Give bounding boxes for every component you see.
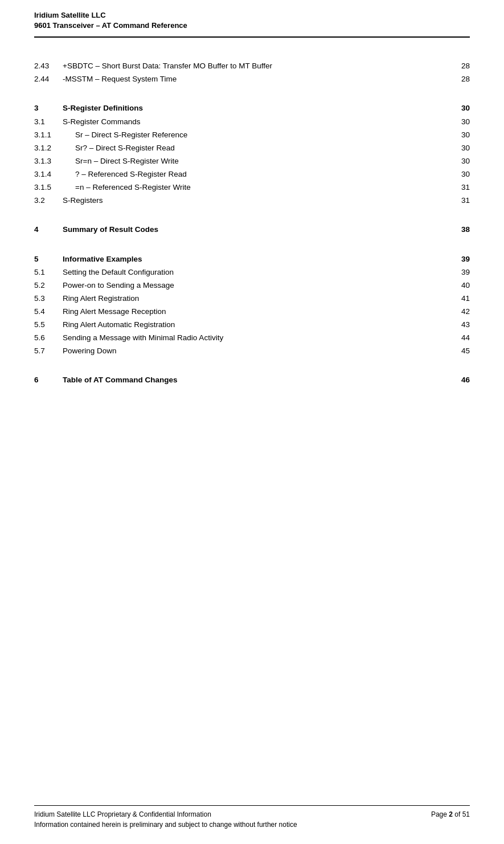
toc-entry: 5.6Sending a Message with Minimal Radio … (34, 332, 470, 344)
toc-section-page: 46 (453, 374, 470, 386)
toc-section-label: Summary of Result Codes (63, 224, 453, 236)
toc-entry-number: 3.1.1 (34, 129, 75, 141)
toc-entry-label: -MSSTM – Request System Time (63, 74, 453, 85)
page-container: Iridium Satellite LLC 9601 Transceiver –… (0, 0, 504, 844)
toc-entry-page: 39 (453, 267, 470, 279)
toc-entry-label: S-Register Commands (63, 116, 453, 128)
toc-entry-label: Sr – Direct S-Register Reference (75, 129, 453, 141)
toc-entry-number: 5.4 (34, 306, 63, 318)
toc-entry: 3.1S-Register Commands30 (34, 116, 470, 128)
toc-entry-label: Sr=n – Direct S-Register Write (75, 156, 453, 168)
toc-entry-page: 43 (453, 319, 470, 331)
toc-entry-number: 2.44 (34, 74, 63, 85)
toc-entry-label: Ring Alert Automatic Registration (63, 319, 453, 331)
toc-entry: 5.3Ring Alert Registration41 (34, 293, 470, 305)
toc-entry-number: 3.1 (34, 116, 63, 128)
footer-page-prefix: Page (431, 810, 449, 818)
toc-entry-number: 3.2 (34, 195, 63, 207)
toc-section-number: 5 (34, 254, 63, 266)
toc-section-page: 38 (453, 224, 470, 236)
toc-entry: 5.2Power-on to Sending a Message40 (34, 280, 470, 292)
footer-page-number: Page 2 of 51 (431, 809, 470, 819)
toc-entry-label: Sr? – Direct S-Register Read (75, 142, 453, 154)
toc-entry-number: 3.1.4 (34, 169, 75, 181)
footer-left-line2: Information contained herein is prelimin… (34, 819, 297, 830)
toc-entry-number: 5.5 (34, 319, 63, 331)
toc-entry-label: Sending a Message with Minimal Radio Act… (63, 332, 453, 344)
toc-entry: 5.7Powering Down45 (34, 345, 470, 357)
toc-entry: 3.2S-Registers31 (34, 195, 470, 207)
toc-section-number: 6 (34, 374, 63, 386)
toc-entry: 3.1.3Sr=n – Direct S-Register Write30 (34, 156, 470, 168)
page-footer: Iridium Satellite LLC Proprietary & Conf… (34, 805, 470, 830)
toc-entry-label: Powering Down (63, 345, 453, 357)
toc-entry-label: Ring Alert Message Reception (63, 306, 453, 318)
toc-entry-label: Power-on to Sending a Message (63, 280, 453, 292)
toc-section-label: Informative Examples (63, 254, 453, 266)
toc-section-number: 4 (34, 224, 63, 236)
footer-page-num: 2 (449, 810, 453, 818)
toc-entry-number: 5.2 (34, 280, 63, 292)
header-company: Iridium Satellite LLC (34, 10, 470, 21)
toc-entry-number: 2.43 (34, 60, 63, 72)
toc-entry-page: 30 (453, 129, 470, 141)
toc-entry-page: 30 (453, 169, 470, 181)
footer-row2: Information contained herein is prelimin… (34, 819, 470, 830)
toc-entry: 2.43+SBDTC – Short Burst Data: Transfer … (34, 60, 470, 72)
toc-entry-page: 28 (453, 60, 470, 72)
toc-section-heading: 6Table of AT Command Changes46 (34, 374, 470, 386)
toc-content: 2.43+SBDTC – Short Burst Data: Transfer … (34, 55, 470, 386)
toc-entry-number: 3.1.3 (34, 156, 75, 168)
toc-section-heading: 5Informative Examples39 (34, 254, 470, 266)
footer-row1: Iridium Satellite LLC Proprietary & Conf… (34, 809, 470, 819)
page-header: Iridium Satellite LLC 9601 Transceiver –… (34, 0, 470, 38)
toc-entry-page: 40 (453, 280, 470, 292)
toc-section-page: 39 (453, 254, 470, 266)
toc-entry: 3.1.4? – Referenced S-Register Read30 (34, 169, 470, 181)
toc-section-page: 30 (453, 103, 470, 115)
toc-entry-page: 31 (453, 195, 470, 207)
toc-entry-page: 28 (453, 74, 470, 85)
toc-entry-page: 42 (453, 306, 470, 318)
footer-left-line1: Iridium Satellite LLC Proprietary & Conf… (34, 809, 211, 819)
toc-section-heading: 4Summary of Result Codes38 (34, 224, 470, 236)
toc-entry-label: +SBDTC – Short Burst Data: Transfer MO B… (63, 60, 453, 72)
toc-entry-page: 31 (453, 182, 470, 194)
toc-entry-number: 5.3 (34, 293, 63, 305)
toc-entry-page: 44 (453, 332, 470, 344)
toc-entry-number: 3.1.5 (34, 182, 75, 194)
toc-entry-page: 30 (453, 156, 470, 168)
toc-entry: 2.44-MSSTM – Request System Time28 (34, 74, 470, 85)
toc-entry-label: =n – Referenced S-Register Write (75, 182, 453, 194)
toc-section-label: S-Register Definitions (63, 103, 453, 115)
toc-entry: 5.4Ring Alert Message Reception42 (34, 306, 470, 318)
toc-entry-label: ? – Referenced S-Register Read (75, 169, 453, 181)
toc-entry: 3.1.5=n – Referenced S-Register Write31 (34, 182, 470, 194)
toc-entry: 3.1.2Sr? – Direct S-Register Read30 (34, 142, 470, 154)
toc-entry-page: 41 (453, 293, 470, 305)
toc-entry: 5.1Setting the Default Configuration39 (34, 267, 470, 279)
toc-entry: 5.5Ring Alert Automatic Registration43 (34, 319, 470, 331)
toc-entry-page: 30 (453, 142, 470, 154)
toc-entry-number: 5.6 (34, 332, 63, 344)
toc-entry-page: 30 (453, 116, 470, 128)
header-title: 9601 Transceiver – AT Command Reference (34, 21, 470, 31)
toc-entry-number: 5.7 (34, 345, 63, 357)
toc-section-label: Table of AT Command Changes (63, 374, 453, 386)
toc-entry-label: S-Registers (63, 195, 453, 207)
toc-section-heading: 3S-Register Definitions30 (34, 103, 470, 115)
toc-entry-number: 3.1.2 (34, 142, 75, 154)
toc-entry-label: Setting the Default Configuration (63, 267, 453, 279)
footer-page-suffix: of 51 (453, 810, 470, 818)
toc-section-number: 3 (34, 103, 63, 115)
toc-entry: 3.1.1Sr – Direct S-Register Reference30 (34, 129, 470, 141)
toc-entry-label: Ring Alert Registration (63, 293, 453, 305)
toc-entry-page: 45 (453, 345, 470, 357)
toc-entry-number: 5.1 (34, 267, 63, 279)
